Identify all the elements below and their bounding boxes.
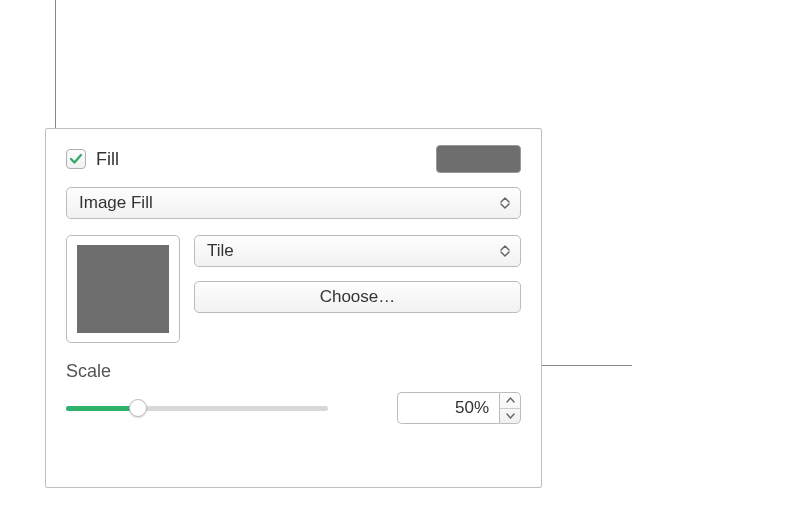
stepper-up-button[interactable] <box>500 393 520 409</box>
fill-type-value: Image Fill <box>79 193 153 213</box>
scale-value-stepper: 50% <box>397 392 521 424</box>
fill-color-swatch[interactable] <box>436 145 521 173</box>
chevron-down-icon <box>506 413 515 419</box>
scale-value-text: 50% <box>455 398 489 418</box>
image-options-row: Tile Choose… <box>66 235 521 343</box>
slider-thumb[interactable] <box>129 399 147 417</box>
slider-fill <box>66 406 134 411</box>
image-display-mode-value: Tile <box>207 241 234 261</box>
scale-label: Scale <box>66 361 521 382</box>
image-display-mode-select[interactable]: Tile <box>194 235 521 267</box>
check-icon <box>69 152 83 166</box>
scale-value-input[interactable]: 50% <box>397 392 499 424</box>
scale-row: 50% <box>66 392 521 424</box>
fill-checkbox-wrap: Fill <box>66 149 119 170</box>
scale-slider[interactable] <box>66 398 328 418</box>
fill-panel: Fill Image Fill Tile Choose… Sc <box>45 128 542 488</box>
chevron-updown-icon <box>496 240 514 262</box>
fill-type-select[interactable]: Image Fill <box>66 187 521 219</box>
fill-checkbox-label: Fill <box>96 149 119 170</box>
choose-button-label: Choose… <box>320 287 396 307</box>
fill-header-row: Fill <box>66 145 521 173</box>
image-thumbnail <box>77 245 169 333</box>
choose-image-button[interactable]: Choose… <box>194 281 521 313</box>
chevron-updown-icon <box>496 192 514 214</box>
image-thumbnail-well[interactable] <box>66 235 180 343</box>
stepper-down-button[interactable] <box>500 409 520 424</box>
scale-stepper <box>499 392 521 424</box>
chevron-up-icon <box>506 397 515 403</box>
image-options-column: Tile Choose… <box>194 235 521 343</box>
fill-checkbox[interactable] <box>66 149 86 169</box>
